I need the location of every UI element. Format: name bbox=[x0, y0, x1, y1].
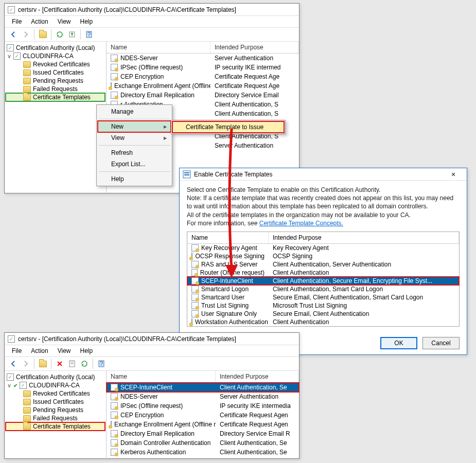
titlebar[interactable]: ✓ certsrv - [Certification Authority (Lo… bbox=[5, 333, 299, 345]
ctx-cert-template-to-issue[interactable]: Certificate Template to Issue bbox=[172, 121, 284, 133]
list-item[interactable]: CEP EncryptionCertificate Request Age bbox=[107, 72, 299, 81]
cert-template-icon bbox=[191, 244, 199, 252]
tree-root[interactable]: ✓Certification Authority (Local) bbox=[6, 44, 105, 52]
window-title: certsrv - [Certification Authority (Loca… bbox=[18, 6, 296, 13]
properties-button[interactable] bbox=[66, 358, 78, 369]
cancel-button[interactable]: Cancel bbox=[422, 337, 460, 349]
up-button[interactable] bbox=[37, 29, 48, 40]
list-item[interactable]: IPSec (Offline request)IP security IKE i… bbox=[107, 401, 299, 411]
col-name[interactable]: Name bbox=[107, 42, 210, 53]
dialog-titlebar[interactable]: Enable Certificate Templates × bbox=[180, 168, 467, 181]
table-row[interactable]: User Signature OnlySecure Email, Client … bbox=[187, 310, 459, 318]
close-button[interactable]: × bbox=[443, 170, 464, 179]
svg-rect-5 bbox=[184, 174, 189, 175]
cert-template-icon bbox=[111, 393, 118, 400]
hint-line2: Note: If a certificate template that was… bbox=[187, 194, 460, 210]
tree-revoked[interactable]: Revoked Certificates bbox=[6, 60, 105, 68]
ctx-export[interactable]: Export List... bbox=[98, 158, 171, 170]
cert-template-icon bbox=[111, 421, 112, 428]
menubar: File Action View Help bbox=[5, 345, 299, 357]
ok-button[interactable]: OK bbox=[380, 337, 417, 349]
help-button[interactable]: ? bbox=[83, 29, 95, 40]
tree-issued[interactable]: Issued Certificates bbox=[6, 68, 105, 77]
ctx-help[interactable]: Help bbox=[98, 173, 171, 185]
tree-ca[interactable]: ∨✔✓CLOUDINFRA-CA bbox=[6, 381, 105, 389]
forward-button[interactable] bbox=[20, 29, 31, 40]
table-row[interactable]: OCSP Response SigningOCSP Signing bbox=[187, 252, 459, 260]
menu-help[interactable]: Help bbox=[76, 17, 97, 26]
back-button[interactable] bbox=[8, 29, 19, 40]
hint-line4: For more information, see Certificate Te… bbox=[187, 219, 460, 227]
hint-line1: Select one Certificate Template to enabl… bbox=[187, 186, 460, 194]
list-item[interactable]: Domain Controller AuthenticationClient A… bbox=[107, 438, 299, 448]
up-button[interactable] bbox=[37, 358, 48, 369]
menu-view[interactable]: View bbox=[54, 346, 75, 355]
tree-revoked[interactable]: Revoked Certificates bbox=[6, 389, 105, 398]
tree-ca[interactable]: ∨✓CLOUDINFRA-CA bbox=[6, 52, 105, 60]
table-row[interactable]: Router (Offline request)Client Authentic… bbox=[187, 269, 459, 277]
col-name[interactable]: Name bbox=[107, 371, 216, 382]
col-purpose[interactable]: Intended Purpose bbox=[210, 42, 299, 53]
table-row[interactable]: Smartcard UserSecure Email, Client Authe… bbox=[187, 293, 459, 301]
cert-template-icon bbox=[191, 286, 199, 293]
ctx-new[interactable]: New Certificate Template to Issue bbox=[98, 121, 171, 132]
ctx-refresh[interactable]: Refresh bbox=[98, 147, 171, 158]
col-purpose[interactable]: Intended Purpose bbox=[269, 232, 459, 243]
tree-issued[interactable]: Issued Certificates bbox=[6, 398, 105, 406]
cert-template-icon bbox=[111, 402, 118, 409]
list-item[interactable]: SCEP-IntuneClientClient Authentication, … bbox=[107, 383, 299, 392]
svg-text:?: ? bbox=[100, 360, 103, 367]
tree-pending[interactable]: Pending Requests bbox=[6, 406, 105, 414]
tree-cert-templates[interactable]: Certificate Templates bbox=[6, 422, 105, 431]
col-purpose[interactable]: Intended Purpose bbox=[216, 371, 299, 382]
menu-action[interactable]: Action bbox=[27, 17, 52, 26]
svg-rect-4 bbox=[184, 172, 189, 173]
help-button[interactable]: ? bbox=[96, 358, 107, 369]
cert-template-icon bbox=[111, 449, 118, 456]
menu-action[interactable]: Action bbox=[27, 346, 52, 355]
forward-button[interactable] bbox=[20, 358, 31, 369]
list-item[interactable]: NDES-ServerServer Authentication bbox=[107, 392, 299, 401]
refresh-button[interactable] bbox=[79, 358, 90, 369]
menu-file[interactable]: File bbox=[8, 346, 26, 355]
tree-failed[interactable]: Failed Requests bbox=[6, 85, 105, 93]
col-name[interactable]: Name bbox=[187, 232, 269, 243]
list-header: Name Intended Purpose bbox=[107, 42, 299, 54]
menu-file[interactable]: File bbox=[8, 17, 26, 26]
table-row[interactable]: Trust List SigningMicrosoft Trust List S… bbox=[187, 301, 459, 310]
list-item[interactable]: CEP EncryptionCertificate Request Agen bbox=[107, 411, 299, 420]
table-row[interactable]: Key Recovery AgentKey Recovery Agent bbox=[187, 244, 459, 252]
ctx-manage[interactable]: Manage bbox=[98, 106, 171, 117]
list-item[interactable]: Directory Email ReplicationDirectory Ser… bbox=[107, 91, 299, 100]
cert-template-icon bbox=[191, 269, 198, 276]
menu-view[interactable]: View bbox=[54, 17, 75, 26]
tree-pending[interactable]: Pending Requests bbox=[6, 77, 105, 85]
list-item[interactable]: Exchange Enrollment Agent (Offline r...C… bbox=[107, 420, 299, 429]
tree-cert-templates[interactable]: Certificate Templates bbox=[6, 93, 105, 101]
list-item[interactable]: Kerberos AuthenticationClient Authentica… bbox=[107, 448, 299, 457]
concepts-link[interactable]: Certificate Template Concepts. bbox=[259, 220, 343, 227]
context-menu: Manage New Certificate Template to Issue… bbox=[96, 104, 172, 186]
tree-root[interactable]: ✓Certification Authority (Local) bbox=[6, 373, 105, 381]
table-row[interactable]: Workstation AuthenticationClient Authent… bbox=[187, 318, 459, 326]
ctx-view[interactable]: View bbox=[98, 132, 171, 144]
table-row[interactable]: SCEP-IntuneClientClient Authentication, … bbox=[187, 277, 459, 285]
delete-button[interactable] bbox=[54, 358, 65, 369]
table-row[interactable]: RAS and IAS ServerClient Authentication,… bbox=[187, 260, 459, 269]
table-row[interactable]: Smartcard LogonClient Authentication, Sm… bbox=[187, 285, 459, 293]
tree-failed[interactable]: Failed Requests bbox=[6, 414, 105, 422]
export-button[interactable] bbox=[66, 29, 78, 40]
enable-templates-dialog: Enable Certificate Templates × Select on… bbox=[179, 168, 467, 355]
cert-template-icon bbox=[191, 294, 199, 301]
menu-help[interactable]: Help bbox=[76, 346, 97, 355]
submenu: Certificate Template to Issue bbox=[171, 120, 286, 134]
refresh-button[interactable] bbox=[54, 29, 65, 40]
list-item[interactable]: Exchange Enrollment Agent (Offline r...C… bbox=[107, 81, 299, 91]
list-item[interactable]: IPSec (Offline request)IP security IKE i… bbox=[107, 63, 299, 72]
cert-template-icon bbox=[111, 92, 118, 99]
templates-table: Name Intended Purpose Key Recovery Agent… bbox=[187, 232, 460, 327]
list-item[interactable]: NDES-ServerServer Authentication bbox=[107, 54, 299, 63]
list-item[interactable]: Directory Email ReplicationDirectory Ser… bbox=[107, 429, 299, 438]
back-button[interactable] bbox=[8, 358, 19, 369]
titlebar[interactable]: ✓ certsrv - [Certification Authority (Lo… bbox=[5, 4, 299, 16]
